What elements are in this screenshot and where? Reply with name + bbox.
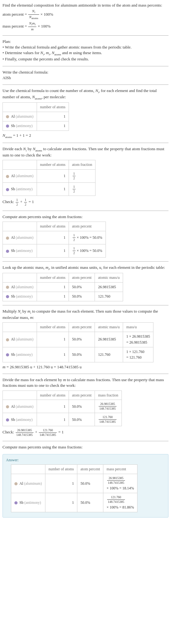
table-row: Sb (antimony) 1 [3,121,69,131]
divider [3,305,168,305]
al-dot-icon [6,237,9,240]
divider [3,211,168,211]
step7-block: Divide the mass for each element by m to… [3,377,168,437]
table-row: Al (aluminum) 1 50.0% 26.9815385148.7415… [11,474,137,493]
step1-block: Write the chemical formula: AlSb [3,69,168,81]
table-row: Al (aluminum) 1 50.0% 26.9815385148.7415… [3,400,122,413]
atomic-mass-table: number of atoms atom percent atomic mass… [3,273,123,301]
step3-text: Divide each Ni by Natoms to calculate at… [3,146,168,158]
al-cell: Al (aluminum) [3,112,37,121]
answer-table: number of atoms atom percent mass percen… [11,464,137,512]
step4-block: Compute atom percents using the atom fra… [3,214,168,258]
empty-header [3,103,37,112]
plan-block: Plan: • Write the chemical formula and g… [3,39,168,62]
sb-cell: Sb (antimony) [3,121,37,131]
divider [3,374,168,374]
table-header-row: number of atoms atom fraction [3,160,96,170]
divider [3,84,168,85]
atom-percent-frac: Ni Natoms [28,9,39,20]
mass-percent-formula: mass percent = Nimi m × 100% [3,21,168,32]
sb-dot-icon [6,295,9,298]
table-row: Sb (antimony) 1 50.0% 121.760 1 × 121.76… [3,347,153,362]
divider [3,261,168,262]
answer-label: Answer: [6,457,165,463]
divider [3,35,168,36]
intro-block: Find the elemental composition for alumi… [3,3,168,32]
al-dot-icon [6,338,9,341]
divider [3,441,168,441]
step6-text: Multiply Ni by mi to compute the mass fo… [3,309,168,320]
table-row: Sb (antimony) 1 50.0% 121.760148.7415385… [11,493,137,512]
step6-block: Multiply Ni by mi to compute the mass fo… [3,309,168,370]
table-header-row: number of atoms atom percent [3,222,106,231]
mass-fraction-table: number of atoms atom percent mass fracti… [3,391,122,427]
table-header-row: number of atoms atom percent mass fracti… [3,391,122,400]
plan-bullet-1: • Write the chemical formula and gather … [3,44,168,50]
al-dot-icon [6,405,9,408]
intro-text: Find the elemental composition for alumi… [3,3,168,8]
table-row: Sb (antimony) 1 12 × 100% = 50.0% [3,244,106,258]
table-row: Al (aluminum) 1 50.0% 26.9815385 [3,283,123,292]
table-row: Sb (antimony) 1 50.0% 121.760148.7415385 [3,413,122,426]
step2-text: Use the chemical formula to count the nu… [3,88,168,100]
sb-dot-icon [6,353,9,356]
atoms-header: number of atoms [37,103,69,112]
natoms-total: Natoms = 1 + 1 = 2 [3,133,168,139]
step8-block: Compute mass percents using the mass fra… [3,444,168,450]
table-header-row: number of atoms [3,103,69,112]
al-dot-icon [6,286,9,289]
step1-title: Write the chemical formula: [3,69,168,75]
table-header-row: number of atoms atom percent mass percen… [11,465,137,474]
table-row: Al (aluminum) 1 12 × 100% = 50.0% [3,231,106,244]
plan-bullet-2: • Determine values for Ni, mi, Natoms an… [3,50,168,56]
sb-dot-icon [6,188,9,191]
step7-text: Divide the mass for each element by m to… [3,377,168,388]
al-dot-icon [6,175,9,178]
mass-table: number of atoms atom percent atomic mass… [3,322,153,362]
sb-dot-icon [6,250,9,253]
plan-title: Plan: [3,39,168,44]
table-row: Al (aluminum) 1 [3,112,69,121]
molecular-mass-total: m = 26.9815385 u + 121.760 u = 148.74153… [3,364,168,370]
sb-dot-icon [6,418,9,422]
divider [3,66,168,66]
sb-count: 1 [37,121,69,131]
al-dot-icon [14,482,18,485]
atom-percent-table: number of atoms atom percent Al (aluminu… [3,222,106,258]
sb-dot-icon [14,501,18,504]
al-count: 1 [37,112,69,121]
step2-block: Use the chemical formula to count the nu… [3,88,168,139]
step5-text: Look up the atomic mass, mi, in unified … [3,265,168,271]
answer-box: Answer: number of atoms atom percent mas… [3,454,168,518]
atom-fraction-table: number of atoms atom fraction Al (alumin… [3,160,96,196]
step8-text: Compute mass percents using the mass fra… [3,444,168,450]
table-row: Al (aluminum) 1 50.0% 26.9815385 1 × 26.… [3,332,153,347]
al-dot-icon [6,115,9,118]
atom-percent-formula: atom percent = Ni Natoms × 100% [3,9,168,20]
table-row: Sb (antimony) 1 12 [3,183,96,196]
table-row: Sb (antimony) 1 50.0% 121.760 [3,292,123,301]
chemical-formula: AlSb [3,75,168,81]
table-row: Al (aluminum) 1 12 [3,170,96,183]
step4-text: Compute atom percents using the atom fra… [3,214,168,220]
plan-bullet-3: • Finally, compute the percents and chec… [3,56,168,62]
divider [3,143,168,143]
table-header-row: number of atoms atom percent atomic mass… [3,323,153,332]
step5-block: Look up the atomic mass, mi, in unified … [3,265,168,301]
table-header-row: number of atoms atom percent atomic mass… [3,273,123,283]
atoms-count-table: number of atoms Al (aluminum) 1 Sb (anti… [3,102,69,130]
step3-block: Divide each Ni by Natoms to calculate at… [3,146,168,207]
mass-fraction-check: Check: 26.9815385148.7415385 + 121.76014… [3,428,168,437]
mass-percent-frac: Nimi m [28,21,36,32]
check-line: Check: 12 + 12 = 1 [3,198,168,207]
sb-dot-icon [6,125,9,128]
